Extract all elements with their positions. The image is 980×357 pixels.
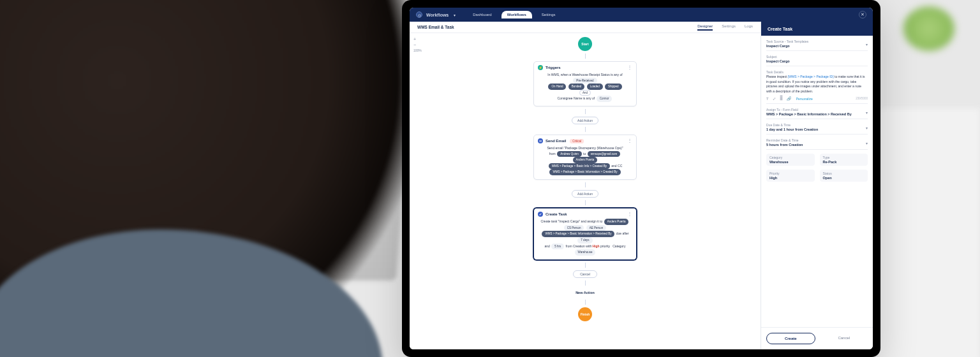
send-email-body: Send email "Package Discrepancy (Warehou… [538,145,632,175]
nav-tab-settings[interactable]: Settings [536,11,561,18]
send-email-title: Send Email [546,139,566,143]
category-field[interactable]: Category Warehouse [766,154,815,166]
triggers-title: Triggers [546,66,561,69]
task-details-text[interactable]: Please inspect [WMS > Package > Package … [766,75,868,94]
zoom-in-button[interactable]: + [413,37,422,41]
kebab-icon[interactable]: ⋮ [627,213,632,215]
connector [585,182,586,187]
reminder-field[interactable]: Reminder Date & Time 5 hours from Creati… [766,138,868,150]
subject-value: Inspect Cargo [766,59,790,63]
task-details-field[interactable]: Task Details Please inspect [WMS > Packa… [766,70,868,104]
chevron-down-icon[interactable]: ▾ [866,126,868,130]
create-button[interactable]: Create [766,333,815,344]
kebab-icon[interactable]: ⋮ [627,66,632,69]
status-value: Open [823,176,832,180]
char-count: 239/5000 [856,97,868,100]
connector [585,127,586,132]
list-icon[interactable]: ≣ [780,96,783,101]
triggers-card[interactable]: ⚡ Triggers ⋮ In WMS, when a Warehouse Re… [533,61,637,106]
create-task-body: Create task "Inspect Cargo" and assign i… [538,219,632,256]
assign-to-label: Assign To - Form Field [766,108,868,112]
zoom-out-button[interactable]: − [413,43,422,47]
task-icon: ✔ [538,212,543,217]
chevron-down-icon[interactable]: ▾ [454,13,456,17]
assign-to-field[interactable]: Assign To - Form Field WMS > Package > B… [766,108,868,119]
text-style-icon[interactable]: T [766,97,769,101]
brand-label[interactable]: Workflows [426,13,449,17]
subject-label: Subject [766,55,868,59]
type-label: Type [823,156,865,159]
category-label: Category [769,156,812,159]
connector [585,200,586,205]
monitor-frame: ◎ Workflows ▾ Dashboard Workflows Settin… [402,0,880,357]
subtab-logs[interactable]: Logs [745,24,753,31]
type-value: Re-Pack [823,160,837,164]
create-task-title: Create Task [546,212,567,216]
connector [585,280,586,286]
connector [585,263,586,268]
connector [585,109,586,114]
priority-value: High [769,176,777,180]
link-icon[interactable]: 🔗 [787,96,791,101]
workflow-title: WMS Email & Task [417,25,454,29]
priority-label: Priority [769,171,812,175]
personalize-button[interactable]: Personalize [796,97,813,101]
category-value: Warehouse [769,160,788,164]
type-field[interactable]: Type Re-Pack [820,154,868,166]
panel-title: Create Task [761,22,873,36]
expand-icon[interactable]: ⤢ [773,96,776,101]
mail-icon: ✉ [538,138,543,143]
start-node[interactable]: Start [578,37,592,51]
chevron-down-icon[interactable]: ▾ [866,110,868,115]
workflow-canvas[interactable]: + − 100% Start ⚡ Triggers ⋮ [410,33,761,349]
close-icon[interactable]: ✕ [859,11,866,18]
new-action-label[interactable]: New Action [575,288,595,297]
assign-to-value: WMS > Package > Basic Information > Rece… [766,112,852,116]
subtab-settings[interactable]: Settings [722,24,736,31]
status-label: Status [823,171,865,175]
task-source-value: Inspect Cargo [766,44,790,48]
create-task-card[interactable]: ✔ Create Task ⋮ Create task "Inspect Car… [533,208,637,260]
zoom-controls: + − 100% [413,37,422,52]
cancel-inline-button[interactable]: Cancel [573,270,597,278]
zoom-level: 100% [413,48,422,52]
add-action-button[interactable]: Add Action [572,190,598,198]
app-screen: ◎ Workflows ▾ Dashboard Workflows Settin… [410,8,873,349]
kebab-icon[interactable]: ⋮ [627,140,632,142]
trigger-icon: ⚡ [538,65,543,70]
finish-node[interactable]: Finish [578,307,592,321]
task-details-label: Task Details [766,70,868,74]
nav-tab-workflows[interactable]: Workflows [501,11,532,18]
connector [585,300,586,305]
background-cabinet [878,108,980,357]
cancel-button[interactable]: Cancel [820,333,868,344]
send-email-card[interactable]: ✉ Send Email Critical ⋮ Send email "Pack… [533,135,637,180]
task-source-label: Task Source - Task Templates [766,40,868,43]
reminder-label: Reminder Date & Time [766,138,868,142]
critical-badge: Critical [570,139,584,143]
due-date-value: 1 day and 1 hour from Creation [766,127,818,131]
priority-field[interactable]: Priority High [766,170,815,182]
nav-tab-dashboard[interactable]: Dashboard [467,11,497,18]
task-source-field[interactable]: Task Source - Task Templates Inspect Car… [766,40,868,51]
connector [585,54,586,59]
add-action-button[interactable]: Add Action [572,117,598,124]
status-field[interactable]: Status Open [820,170,868,182]
subheader: WMS Email & Task Designer Settings Logs [410,22,761,33]
triggers-body: In WMS, when a Warehouse Receipt Status … [538,72,632,102]
chevron-down-icon[interactable]: ▾ [866,141,868,145]
merge-field-link[interactable]: [WMS > Package > Package ID] [788,75,834,78]
topbar: ◎ Workflows ▾ Dashboard Workflows Settin… [410,8,873,22]
subtab-designer[interactable]: Designer [697,24,713,31]
subject-field[interactable]: Subject Inspect Cargo [766,55,868,66]
reminder-value: 5 hours from Creation [766,143,803,147]
brand-icon: ◎ [416,11,422,18]
create-task-panel: Create Task Task Source - Task Templates… [761,22,873,349]
background-plant [903,6,954,51]
due-date-field[interactable]: Due Date & Time 1 day and 1 hour from Cr… [766,123,868,135]
chevron-down-icon[interactable]: ▾ [866,42,868,47]
editor-toolbar: T ⤢ ≣ 🔗 Personalize 239/5000 [766,96,868,101]
due-date-label: Due Date & Time [766,123,868,127]
